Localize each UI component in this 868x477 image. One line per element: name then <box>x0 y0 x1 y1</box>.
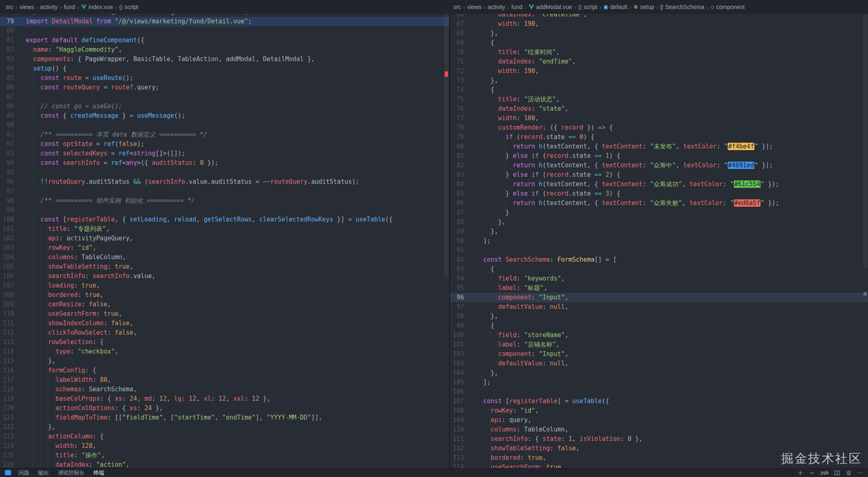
code-line[interactable]: 100field: "storeName", <box>450 331 868 340</box>
code-line[interactable]: 124width: 120, <box>0 441 449 451</box>
code-line[interactable]: 99{ <box>450 321 868 331</box>
code-line[interactable]: 89const { createMessage } = useMessage()… <box>0 111 449 121</box>
code-line[interactable]: 105]; <box>450 378 868 387</box>
code-line[interactable]: 86const routeQuery = route?.query; <box>0 83 449 92</box>
scrollbar-right[interactable] <box>862 14 868 468</box>
code-line[interactable]: 111showIndexColumn: false, <box>0 319 449 328</box>
code-line[interactable]: 85const route = useRoute(); <box>0 73 449 83</box>
code-line[interactable]: 126dataIndex: "action", <box>0 460 449 468</box>
code-line[interactable]: 80return h(textContent, { textContent: "… <box>450 142 868 151</box>
breadcrumb-item-fund[interactable]: fund <box>64 4 75 10</box>
breadcrumb-item-views[interactable]: views <box>20 4 34 10</box>
editor-pane-left[interactable]: 78import addModal from "/@/views/marketi… <box>0 14 449 468</box>
more-actions-icon[interactable] <box>857 470 863 476</box>
code-line[interactable]: 119baseColProps: { xs: 24, md: 12, lg: 1… <box>0 394 449 404</box>
chevron-down-icon[interactable] <box>809 470 815 476</box>
scrollbar-left[interactable] <box>443 14 449 468</box>
trash-icon[interactable] <box>846 470 852 476</box>
code-line[interactable]: 106searchInfo: searchInfo.value, <box>0 272 449 281</box>
code-line[interactable]: 104}, <box>450 368 868 378</box>
code-line[interactable]: 106 <box>450 387 868 397</box>
code-line[interactable]: 110useSearchForm: true, <box>0 309 449 319</box>
code-line[interactable]: 105showTableSetting: true, <box>0 262 449 272</box>
code-line[interactable]: 81} else if (record.state == 1) { <box>450 151 868 161</box>
code-line[interactable]: 87} <box>450 208 868 217</box>
code-line[interactable]: 120actionColOptions: { xs: 24 }, <box>0 404 449 413</box>
breadcrumb-item-setup[interactable]: ⚙setup <box>634 4 654 10</box>
code-line[interactable]: 79import DetailModal from "/@/views/mark… <box>0 17 449 26</box>
code-line[interactable]: 68}, <box>450 29 868 38</box>
panel-badge-icon[interactable] <box>5 470 11 475</box>
code-line[interactable]: 116formConfig: { <box>0 366 449 375</box>
code-line[interactable]: 88// const go = useGo(); <box>0 102 449 111</box>
code-line[interactable]: 114type: "checkbox", <box>0 347 449 356</box>
code-line[interactable]: 70title: "结束时间", <box>450 48 868 57</box>
code-line[interactable]: 95label: "标题", <box>450 283 868 293</box>
code-line[interactable]: 99 <box>0 205 449 215</box>
code-line[interactable]: 74{ <box>450 85 868 95</box>
code-line[interactable]: 71dataIndex: "endTime", <box>450 57 868 66</box>
split-terminal-icon[interactable] <box>834 470 840 476</box>
breadcrumb-item-script[interactable]: {}script <box>578 4 597 10</box>
code-line[interactable]: 93{ <box>450 265 868 274</box>
code-line[interactable]: 92const optState = ref(false); <box>0 139 449 149</box>
code-line[interactable]: 66dataIndex: "createTime", <box>450 14 868 19</box>
code-line[interactable]: 86return h(textContent, { textContent: "… <box>450 199 868 208</box>
code-line[interactable]: 90 <box>0 121 449 130</box>
code-line[interactable]: 97 <box>0 187 449 196</box>
panel-tab[interactable]: 调试控制台 <box>58 469 85 477</box>
code-line[interactable]: 111searchInfo: { state: 1, isViolation: … <box>450 434 868 444</box>
code-line[interactable]: 84return h(textContent, { textContent: "… <box>450 180 868 189</box>
breadcrumb-item-activity[interactable]: activity <box>488 4 505 10</box>
code-line[interactable]: 80 <box>0 26 449 36</box>
editor-pane-right[interactable]: 66dataIndex: "createTime",67width: 190,6… <box>450 14 868 468</box>
code-line[interactable]: 122}, <box>0 422 449 432</box>
scrollbar-thumb[interactable] <box>444 14 449 276</box>
code-line[interactable]: 95 <box>0 168 449 177</box>
code-line[interactable]: 107loading: true, <box>0 281 449 290</box>
breadcrumb-item-default[interactable]: ▣default <box>603 4 627 10</box>
code-line[interactable]: 109canResize: false, <box>0 300 449 309</box>
code-line[interactable]: 89}, <box>450 227 868 236</box>
code-line[interactable]: 123actionColumn: { <box>0 432 449 441</box>
code-line[interactable]: 77width: 100, <box>450 114 868 123</box>
code-line[interactable]: 78customRender: ({ record }) => { <box>450 123 868 132</box>
breadcrumb-item-src[interactable]: src <box>453 4 461 10</box>
panel-tab[interactable]: 终端 <box>94 469 104 477</box>
code-line[interactable]: 87 <box>0 92 449 102</box>
code-line[interactable]: 117labelWidth: 80, <box>0 375 449 385</box>
code-area-left[interactable]: 78import addModal from "/@/views/marketi… <box>0 14 449 468</box>
code-line[interactable]: 108rowKey: "id", <box>450 406 868 415</box>
code-line[interactable]: 101label: "店铺名称", <box>450 340 868 349</box>
code-line[interactable]: 69{ <box>450 38 868 48</box>
code-line[interactable]: 82return h(textContent, { textContent: "… <box>450 161 868 170</box>
code-line[interactable]: 73}, <box>450 76 868 85</box>
code-line[interactable]: 98/** ========== 组件实例 初始化 ========== */ <box>0 196 449 205</box>
code-line[interactable]: 94field: "keywords", <box>450 274 868 283</box>
code-line[interactable]: 96!!routeQuery.auditStatus && (searchInf… <box>0 177 449 187</box>
code-line[interactable]: 79if (record.state == 0) { <box>450 132 868 142</box>
new-terminal-icon[interactable] <box>797 470 803 476</box>
code-line[interactable]: 118schemas: SearchSchema, <box>0 385 449 394</box>
code-line[interactable]: 93const selectedKeys = ref<string[]>([])… <box>0 149 449 158</box>
code-line[interactable]: 102component: "Input", <box>450 349 868 359</box>
breadcrumb-item-component[interactable]: ◇component <box>710 4 745 10</box>
code-line[interactable]: 83} else if (record.state == 2) { <box>450 170 868 180</box>
code-line[interactable]: 108bordered: true, <box>0 290 449 300</box>
code-line[interactable]: 84setup() { <box>0 64 449 73</box>
code-line[interactable]: 115}, <box>0 356 449 366</box>
code-line[interactable]: 94const searchInfo = ref<any>({ auditSta… <box>0 158 449 168</box>
code-line[interactable]: 67width: 190, <box>450 19 868 29</box>
code-line[interactable]: 110columns: TableColumn, <box>450 425 868 434</box>
code-line[interactable]: 107const [registerTable] = useTable({ <box>450 397 868 406</box>
code-line[interactable]: 78import addModal from "/@/views/marketi… <box>0 14 449 17</box>
breadcrumb-item-addmodal-vue[interactable]: addModal.vue <box>529 4 572 10</box>
code-line[interactable]: 83components: { PageWrapper, BasicTable,… <box>0 55 449 64</box>
panel-tab[interactable]: 输出 <box>38 469 49 477</box>
code-line[interactable]: 82name: "HaggleCommodity", <box>0 45 449 55</box>
code-line[interactable]: 103rowKey: "id", <box>0 243 449 253</box>
breadcrumb-item-src[interactable]: src <box>6 4 14 10</box>
breadcrumb-item-fund[interactable]: fund <box>511 4 522 10</box>
code-line[interactable]: 104columns: TableColumn, <box>0 253 449 262</box>
breadcrumb-item-index-vue[interactable]: index.vue <box>81 4 113 10</box>
